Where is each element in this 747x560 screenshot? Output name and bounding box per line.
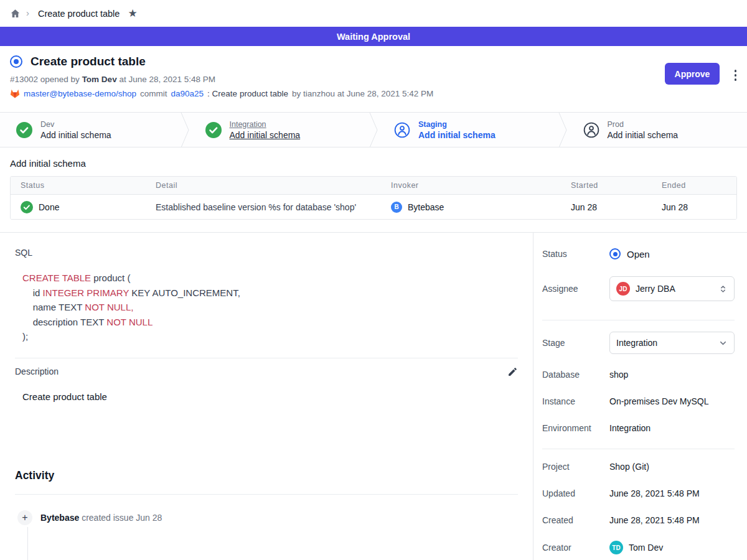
task-status-cell: Done	[11, 201, 146, 213]
task-table-header: StatusDetailInvokerStartedEnded	[11, 177, 736, 194]
stage-task-label: Add initial schema	[418, 130, 496, 140]
creator-value: Tom Dev	[629, 543, 663, 553]
column-header-started: Started	[561, 181, 652, 190]
sidebar-field-environment: EnvironmentIntegration	[542, 422, 735, 434]
description-label: Description	[15, 366, 59, 376]
sidebar-field-instance: InstanceOn-premises Dev MySQL	[542, 395, 735, 408]
stage-task-label: Add initial schema	[40, 130, 111, 140]
field-label: Database	[542, 370, 609, 380]
edit-description-icon[interactable]	[507, 366, 518, 377]
approve-button[interactable]: Approve	[665, 63, 720, 85]
field-value: June 28, 2021 5:48 PM	[609, 515, 700, 525]
issue-meta-prefix: #13002 opened by	[10, 75, 80, 84]
status-label: Status	[542, 249, 609, 259]
commit-message: : Create product table	[207, 89, 288, 98]
status-value: Open	[627, 249, 650, 259]
pipeline-stage-integration[interactable]: IntegrationAdd initial schema	[189, 113, 370, 147]
field-value: On-premises Dev MySQL	[609, 396, 708, 406]
assignee-label: Assignee	[542, 284, 609, 294]
stage-pending-approval-icon	[394, 122, 410, 138]
commit-line: master@bytebase-demo/shop commit da90a25…	[10, 89, 732, 98]
field-value: June 28, 2021 5:48 PM	[609, 488, 700, 498]
sidebar-fields-group-1: DatabaseshopInstanceOn-premises Dev MySQ…	[542, 368, 735, 434]
sidebar-field-project: ProjectShop (Git)	[542, 460, 735, 473]
stage-separator-chevron-icon	[369, 113, 378, 147]
issue-author: Tom Dev	[82, 75, 117, 84]
sidebar-field-updated: UpdatedJune 28, 2021 5:48 PM	[542, 487, 735, 500]
assignee-value: Jerry DBA	[636, 284, 675, 294]
sidebar: Status Open Assignee JD Jerry DBA Stage …	[533, 233, 747, 560]
description-divider	[15, 358, 518, 358]
sidebar-fields-group-2: ProjectShop (Git)UpdatedJune 28, 2021 5:…	[542, 460, 735, 526]
sql-line: description TEXT NOT NULL	[22, 315, 518, 330]
pipeline-stage-bar: DevAdd initial schemaIntegrationAdd init…	[0, 112, 747, 147]
sql-line: id INTEGER PRIMARY KEY AUTO_INCREMENT,	[22, 286, 518, 301]
commit-byline: by tianzhou at June 28, 2021 5:42 PM	[292, 89, 433, 98]
activity-timeline-connector	[27, 527, 28, 560]
stage-done-icon	[205, 122, 222, 138]
breadcrumb-current[interactable]: Create product table	[38, 9, 120, 19]
stage-env-label: Integration	[230, 120, 301, 129]
field-label: Created	[542, 515, 609, 525]
stage-select[interactable]: Integration	[609, 332, 735, 354]
commit-hash-link[interactable]: da90a25	[171, 89, 204, 98]
field-label: Instance	[542, 396, 609, 406]
issue-open-icon	[10, 55, 22, 68]
field-value: Integration	[609, 423, 651, 433]
sidebar-field-database: Databaseshop	[542, 368, 735, 381]
sql-label: SQL	[15, 248, 518, 258]
sidebar-field-assignee: Assignee JD Jerry DBA	[542, 276, 735, 301]
stage-env-label: Staging	[418, 120, 496, 129]
pipeline-stage-prod[interactable]: ProdAdd initial schema	[567, 113, 747, 147]
issue-meta-suffix: at June 28, 2021 5:48 PM	[119, 75, 215, 84]
stage-value: Integration	[616, 338, 657, 348]
task-ended-cell: Jun 28	[652, 202, 736, 212]
stage-task-label: Add initial schema	[608, 130, 679, 140]
activity-actor: Bytebase	[40, 513, 79, 523]
task-section: Add initial schema StatusDetailInvokerSt…	[0, 147, 747, 220]
stage-label: Stage	[542, 338, 609, 348]
stage-separator-chevron-icon	[558, 113, 567, 147]
commit-branch-link[interactable]: master@bytebase-demo/shop	[24, 89, 136, 98]
more-actions-icon[interactable]	[733, 68, 738, 82]
field-label: Environment	[542, 423, 609, 433]
assignee-avatar: JD	[616, 282, 630, 296]
task-started-cell: Jun 28	[561, 202, 652, 212]
gitlab-icon	[10, 89, 20, 98]
assignee-select[interactable]: JD Jerry DBA	[609, 276, 735, 301]
column-header-detail: Detail	[146, 181, 381, 190]
sidebar-field-status: Status Open	[542, 248, 735, 260]
activity-list: +Bytebase created issue Jun 28	[15, 510, 518, 525]
star-icon[interactable]: ★	[128, 8, 137, 19]
home-icon[interactable]	[10, 8, 21, 19]
column-header-status: Status	[11, 181, 146, 190]
invoker-avatar: B	[391, 202, 402, 213]
activity-item: +Bytebase created issue Jun 28	[17, 510, 518, 525]
stage-task-label: Add initial schema	[230, 130, 301, 140]
field-label: Project	[542, 462, 609, 472]
issue-header: Create product table #13002 opened by To…	[0, 46, 747, 112]
task-section-title: Add initial schema	[10, 158, 737, 169]
stage-separator-chevron-icon	[181, 113, 189, 147]
pipeline-stage-dev[interactable]: DevAdd initial schema	[0, 113, 181, 147]
activity-text: Bytebase created issue Jun 28	[40, 513, 162, 523]
field-value: shop	[609, 370, 628, 380]
updown-chevron-icon	[718, 284, 728, 294]
field-label: Updated	[542, 488, 609, 498]
sidebar-field-created: CreatedJune 28, 2021 5:48 PM	[542, 514, 735, 526]
pipeline-stage-staging[interactable]: StagingAdd initial schema	[378, 113, 558, 147]
task-table-row[interactable]: DoneEstablished baseline version %s for …	[11, 194, 736, 219]
sql-statement: CREATE TABLE product ( id INTEGER PRIMAR…	[22, 271, 518, 344]
task-invoker-cell: BBytebase	[381, 202, 561, 213]
sql-line: );	[22, 329, 518, 344]
description-text: Create product table	[22, 391, 518, 402]
main-split: SQL CREATE TABLE product ( id INTEGER PR…	[0, 232, 747, 560]
left-pane: SQL CREATE TABLE product ( id INTEGER PR…	[0, 233, 533, 560]
commit-label: commit	[140, 89, 167, 98]
column-header-invoker: Invoker	[381, 181, 561, 190]
creator-label: Creator	[542, 543, 609, 553]
page-title: Create product table	[31, 55, 146, 68]
status-open-icon	[609, 248, 621, 259]
breadcrumb: › Create product table ★	[0, 0, 747, 27]
creator-avatar: TD	[609, 541, 623, 554]
